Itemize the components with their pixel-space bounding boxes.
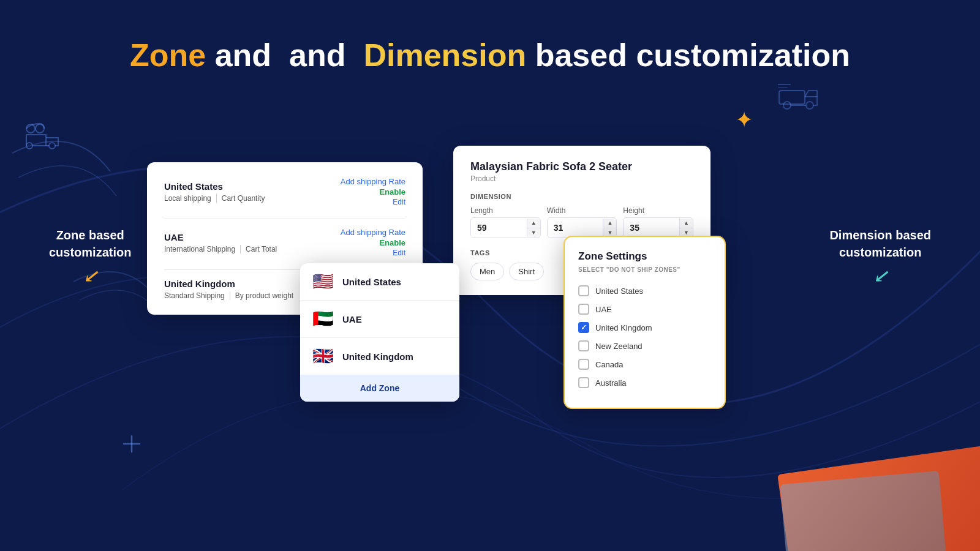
add-zone-button[interactable]: Add Zone (300, 375, 459, 402)
width-up-button[interactable]: ▲ (603, 219, 616, 228)
height-spin-buttons: ▲ ▼ (679, 219, 693, 238)
dimension-section-label: DIMENSION (470, 193, 693, 200)
star-icon: ✦ (735, 107, 753, 133)
zone-setting-uk: United Kingdom (578, 318, 711, 337)
checkbox-uk[interactable] (578, 322, 589, 333)
title-zone: Zone (130, 37, 206, 73)
zone-us-sub: Local shipping Cart Quantity (164, 194, 265, 203)
flag-uk-icon: 🇬🇧 (312, 348, 334, 365)
zone-setting-australia: Australia (578, 373, 711, 392)
checkbox-us[interactable] (578, 285, 589, 296)
flag-us-icon: 🇺🇸 (312, 273, 334, 290)
tag-men[interactable]: Men (470, 263, 504, 280)
plus-icon (123, 435, 141, 457)
zone-setting-us: United States (578, 282, 711, 300)
zone-uae-enable[interactable]: Enable (379, 238, 405, 247)
zone-uae-shipping-type: International Shipping (164, 245, 235, 253)
svg-rect-6 (779, 91, 805, 104)
dimension-based-label: Dimension basedcustomization ↙ (829, 227, 931, 288)
divider (216, 194, 217, 203)
svg-point-4 (783, 102, 791, 109)
height-input[interactable] (624, 218, 679, 238)
zone-arrow: ↙ (49, 264, 131, 288)
zone-uae-name: UAE (164, 232, 277, 242)
length-label: Length (470, 206, 541, 215)
svg-point-3 (49, 143, 55, 149)
zone-us-shipping-type: Local shipping (164, 194, 211, 203)
width-spin-buttons: ▲ ▼ (603, 219, 616, 238)
length-spin-input[interactable]: ▲ ▼ (470, 217, 541, 238)
title-dimension: Dimension (363, 37, 526, 73)
zone-based-label: Zone basedcustomization ↙ (49, 227, 131, 288)
zone-option-us[interactable]: 🇺🇸 United States (300, 263, 459, 301)
zone-uk-sub: Standard Shipping By product weight (164, 291, 293, 300)
zone-uk-info: United Kingdom Standard Shipping By prod… (164, 279, 293, 300)
zone-us-add-rate[interactable]: Add shipping Rate (341, 177, 405, 186)
zone-uk-shipping-type: Standard Shipping (164, 291, 225, 300)
decorative-stripe (735, 410, 980, 551)
zone-us-enable[interactable]: Enable (379, 187, 405, 197)
length-input[interactable] (471, 218, 527, 238)
title-and-word: and (289, 37, 345, 73)
height-up-button[interactable]: ▲ (680, 219, 693, 228)
checkbox-nz-label: New Zeeland (595, 342, 643, 351)
length-field: Length ▲ ▼ (470, 206, 541, 238)
zone-us-name: United States (164, 181, 265, 192)
truck-icon-left (24, 122, 61, 160)
zone-uk-cart-type: By product weight (235, 291, 293, 300)
checkbox-us-label: United States (595, 287, 643, 296)
svg-point-2 (26, 143, 32, 149)
zone-us-cart-type: Cart Quantity (222, 194, 265, 203)
dimension-arrow: ↙ (829, 264, 931, 288)
zone-us-actions: Add shipping Rate Enable Edit (341, 177, 405, 206)
flag-uae-icon: 🇦🇪 (312, 310, 334, 328)
width-input[interactable] (548, 218, 603, 238)
truck-icon-right (778, 80, 821, 120)
zone-us-section: United States Local shipping Cart Quanti… (164, 177, 405, 206)
title-and: and (215, 37, 271, 73)
height-spin-input[interactable]: ▲ ▼ (623, 217, 693, 238)
separator-1 (164, 219, 405, 219)
tag-shirt[interactable]: Shirt (509, 263, 544, 280)
checkbox-uae[interactable] (578, 304, 589, 315)
checkbox-uk-label: United Kingdom (595, 323, 652, 332)
checkbox-australia-label: Australia (595, 378, 627, 388)
zone-setting-uae: UAE (578, 300, 711, 318)
height-label: Height (623, 206, 693, 215)
checkbox-nz[interactable] (578, 340, 589, 351)
svg-point-5 (806, 102, 813, 109)
zone-option-us-label: United States (342, 277, 401, 287)
product-subtitle: Product (470, 174, 693, 183)
length-up-button[interactable]: ▲ (527, 219, 540, 228)
zone-option-uk-label: United Kingdom (342, 351, 413, 362)
width-label: Width (547, 206, 617, 215)
zone-selector-dropdown: 🇺🇸 United States 🇦🇪 UAE 🇬🇧 United Kingdo… (300, 263, 459, 402)
title-rest: based customization (535, 37, 850, 73)
zone-uae-section: UAE International Shipping Cart Total Ad… (164, 228, 405, 257)
checkbox-canada[interactable] (578, 359, 589, 370)
checkbox-australia[interactable] (578, 377, 589, 388)
zone-option-uae-label: UAE (342, 314, 362, 324)
checkbox-uae-label: UAE (595, 305, 612, 314)
checkbox-canada-label: Canada (595, 360, 624, 369)
zone-setting-nz: New Zeeland (578, 337, 711, 355)
zone-option-uk[interactable]: 🇬🇧 United Kingdom (300, 338, 459, 375)
product-title: Malaysian Fabric Sofa 2 Seater (470, 160, 693, 173)
zone-setting-canada: Canada (578, 355, 711, 373)
divider-2 (240, 245, 241, 253)
zone-settings-card: Zone Settings SELECT "DO NOT SHIP ZONES"… (564, 236, 726, 409)
zone-uae-add-rate[interactable]: Add shipping Rate (341, 228, 405, 237)
zone-settings-sublabel: SELECT "DO NOT SHIP ZONES" (578, 266, 711, 273)
zone-us-info: United States Local shipping Cart Quanti… (164, 181, 265, 203)
length-spin-buttons: ▲ ▼ (527, 219, 540, 238)
divider-3 (230, 291, 230, 300)
length-down-button[interactable]: ▼ (527, 228, 540, 238)
page-title: Zone and and and Dimension based customi… (130, 37, 850, 73)
zone-uae-edit[interactable]: Edit (393, 249, 405, 257)
dimension-inputs: Length ▲ ▼ Width ▲ ▼ Height (470, 206, 693, 238)
width-spin-input[interactable]: ▲ ▼ (547, 217, 617, 238)
zone-uae-sub: International Shipping Cart Total (164, 245, 277, 253)
zone-uae-cart-type: Cart Total (246, 245, 277, 253)
zone-us-edit[interactable]: Edit (393, 198, 405, 206)
zone-option-uae[interactable]: 🇦🇪 UAE (300, 301, 459, 338)
